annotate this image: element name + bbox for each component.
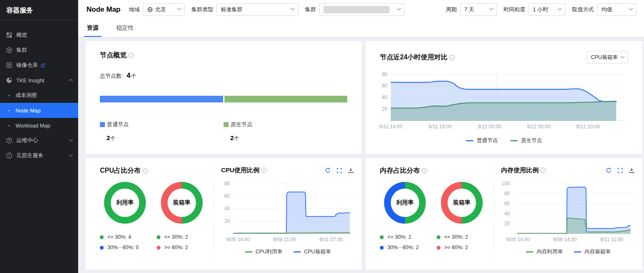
chevron-down-icon	[558, 6, 562, 10]
sidebar-item-cost-insight[interactable]: 成本洞察	[0, 88, 78, 103]
donut-legend-label: 30% - 60%: 0	[107, 245, 139, 250]
hexagon-icon	[6, 47, 13, 54]
legend-dot-icon	[437, 235, 440, 239]
legend-swatch	[510, 140, 518, 141]
sidebar-item-cloud-native[interactable]: 云原生服务	[0, 148, 78, 163]
y-axis-label: 60	[497, 201, 510, 207]
y-axis-label: 80	[217, 181, 230, 186]
filter-period-select[interactable]: 7 天	[460, 3, 497, 16]
sidebar-item-node-map[interactable]: Node Map	[0, 103, 78, 118]
legend-dot-icon	[380, 246, 384, 250]
distribution-panel: 内存占比分布i利用率<= 30%: 230% - 60%: 2装箱率<= 30%…	[366, 158, 494, 270]
tab-resource[interactable]: 资源	[87, 19, 99, 37]
filter-granularity-select[interactable]: 1 小时	[529, 3, 565, 16]
x-tick-mark	[238, 234, 239, 235]
sidebar-item-registry[interactable]: 镜像仓库	[0, 58, 78, 73]
app-root: 容器服务 概览集群镜像仓库TKE Insight成本洞察Node MapWork…	[0, 0, 644, 273]
legend-label: 内存装箱率	[585, 248, 611, 255]
ops-icon	[6, 137, 13, 144]
refresh-icon[interactable]	[606, 167, 612, 173]
sidebar-item-label: Workload Map	[15, 122, 51, 129]
donut-row: 利用率<= 30%: 230% - 60%: 2装箱率<= 30%: 2>= 6…	[380, 182, 494, 250]
sidebar-item-ops-center[interactable]: 运维中心	[0, 133, 78, 148]
y-axis-label: 40	[497, 211, 510, 217]
legend-swatch	[245, 251, 252, 253]
card-title: 内存占比分布	[380, 166, 420, 175]
sidebar-item-workload-map[interactable]: Workload Map	[0, 118, 78, 133]
chevron-down-icon	[291, 6, 295, 10]
legend-swatch	[100, 122, 105, 127]
donut-legend: <= 30%: 430% - 60%: 0	[100, 234, 157, 250]
download-icon[interactable]	[629, 167, 635, 173]
chart-series-svg	[233, 181, 354, 234]
donut-legend-item: <= 30%: 2	[437, 234, 494, 240]
x-tick-mark	[612, 234, 612, 235]
metric-selector-value: CPU装箱率	[591, 54, 618, 61]
y-axis-label: 100	[497, 181, 510, 186]
filter-label: 地域	[129, 6, 140, 13]
sidebar-item-label: 运维中心	[16, 137, 38, 144]
donut-legend-item: 30% - 60%: 2	[380, 245, 437, 250]
legend-item[interactable]: 普通节点	[466, 137, 498, 144]
filter-region-select[interactable]: 北京	[143, 3, 185, 16]
donut-legend-item: <= 30%: 2	[380, 234, 437, 240]
download-icon[interactable]	[348, 167, 354, 173]
panel-head: CPU使用比例i	[214, 158, 361, 174]
filter-aggregation: 取值方式均值	[572, 3, 636, 16]
filter-cluster-type-select[interactable]: 标准集群	[216, 3, 298, 16]
chart-series-svg	[391, 72, 626, 121]
donut-chart: 利用率	[104, 182, 146, 224]
fullscreen-icon[interactable]	[336, 168, 342, 173]
donut-chart: 装箱率	[441, 182, 483, 224]
filter-label: 取值方式	[572, 6, 594, 13]
tab-stability[interactable]: 稳定性	[116, 19, 134, 37]
sidebar: 容器服务 概览集群镜像仓库TKE Insight成本洞察Node MapWork…	[0, 0, 78, 273]
legend-item[interactable]: CPU装箱率	[293, 248, 331, 255]
content: 节点概览i总节点数:4个普通节点2个原生节点2个 节点近24小时使用对比iCPU…	[78, 37, 644, 270]
x-axis-label: 9/11 19:00	[428, 124, 452, 130]
y-axis-label: 40	[375, 94, 387, 100]
fullscreen-icon[interactable]	[617, 168, 623, 173]
sidebar-item-label: 概览	[16, 31, 27, 39]
page-title: Node Map	[87, 5, 120, 14]
filter-label: 周期	[446, 6, 457, 13]
app-title: 容器服务	[0, 0, 78, 20]
x-tick-mark	[285, 234, 285, 235]
grid-icon	[6, 32, 13, 38]
filter-cluster: 集群	[305, 3, 405, 16]
sidebar-item-overview[interactable]: 概览	[0, 28, 78, 43]
memory-card: 内存占比分布i利用率<= 30%: 230% - 60%: 2装箱率<= 30%…	[366, 158, 642, 270]
plot-node_24h: 20406080	[391, 72, 626, 121]
donut-legend-label: <= 30%: 2	[444, 234, 468, 240]
donut-legend: <= 30%: 2>= 60%: 2	[157, 234, 214, 250]
legend-item[interactable]: CPU利用率	[245, 248, 283, 255]
filter-cluster-select[interactable]	[319, 3, 405, 16]
filters-left: 地域北京集群类型标准集群集群	[129, 3, 411, 16]
chart-toolbar	[606, 167, 635, 173]
registry-icon	[6, 62, 13, 69]
donut-legend-label: >= 60%: 2	[164, 245, 188, 250]
x-axis-label: 9/11 14:00	[379, 124, 402, 130]
select-value: 7 天	[464, 6, 474, 13]
sidebar-item-tke-insight[interactable]: TKE Insight	[0, 73, 78, 88]
donut-column: 装箱率<= 30%: 2>= 60%: 2	[157, 182, 214, 250]
filter-label: 时间粒度	[504, 6, 525, 13]
sidebar-item-cluster[interactable]: 集群	[0, 43, 78, 58]
legend-item[interactable]: 内存装箱率	[574, 248, 611, 255]
legend-label: 内存利用率	[537, 248, 563, 255]
x-axis-label: 9/05 14:00	[226, 237, 250, 242]
bar-legend-head: 普通节点	[100, 121, 224, 128]
legend-item[interactable]: 原生节点	[510, 137, 542, 144]
x-axis-label: 9/12 00:00	[478, 124, 501, 130]
info-icon: i	[449, 55, 455, 60]
legend-item[interactable]: 内存利用率	[526, 248, 563, 255]
donut-column: 装箱率<= 30%: 2>= 60%: 2	[437, 182, 494, 250]
donut-legend-item: >= 60%: 2	[157, 245, 214, 250]
donut-center-label: 装箱率	[448, 189, 476, 217]
metric-selector[interactable]: CPU装箱率	[587, 51, 628, 64]
filter-aggregation-select[interactable]: 均值	[597, 3, 636, 16]
refresh-icon[interactable]	[325, 167, 331, 173]
chart-toolbar	[325, 167, 354, 173]
legend-dot-icon	[157, 246, 160, 250]
y-axis-label: 40	[217, 206, 230, 212]
